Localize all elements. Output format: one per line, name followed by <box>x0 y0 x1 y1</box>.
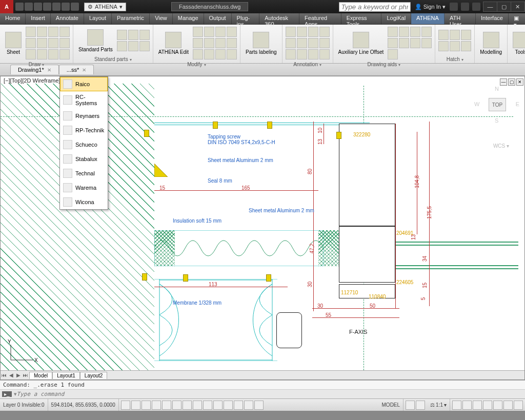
status-icon[interactable] <box>462 401 472 410</box>
ribbon-small-button[interactable] <box>37 38 47 48</box>
layout-tab[interactable]: Layout2 <box>80 372 108 379</box>
ribbon-small-button[interactable] <box>204 27 214 37</box>
command-input[interactable] <box>17 391 523 397</box>
annotation-scale[interactable]: ⚖ 1:1 ▾ <box>427 399 450 411</box>
ribbon-small-button[interactable] <box>193 38 203 48</box>
ribbon-small-button[interactable] <box>399 27 409 37</box>
ribbon-small-button[interactable] <box>215 27 226 37</box>
ribbon-small-button[interactable] <box>26 27 36 37</box>
ribbon-button-athena-edit[interactable]: ATHENA Edit <box>156 31 191 56</box>
ribbon-tab-interface[interactable]: Interface <box>476 13 509 24</box>
help-icon[interactable] <box>472 3 480 11</box>
qat-redo-icon[interactable] <box>71 3 79 11</box>
ribbon-panel-label[interactable]: Draw <box>0 62 73 68</box>
ribbon-small-button[interactable] <box>319 49 330 59</box>
ribbon-small-button[interactable] <box>48 38 58 48</box>
ortho-toggle[interactable] <box>142 401 151 410</box>
drawing-viewport[interactable]: [−][Top][2D Wireframe] — ▢ ✕ N E S W TOP… <box>0 76 525 380</box>
ribbon-tab-featured-apps[interactable]: Featured Apps <box>299 13 341 24</box>
ribbon-tab-athena[interactable]: ATHENA <box>411 13 445 24</box>
help-search-input[interactable] <box>339 2 411 12</box>
ribbon-panel-label[interactable]: Modify <box>153 62 240 68</box>
ribbon-small-button[interactable] <box>297 27 307 37</box>
ribbon-small-button[interactable] <box>410 38 420 48</box>
window-maximize-button[interactable]: ▢ <box>497 2 511 12</box>
status-icon[interactable] <box>406 401 415 410</box>
ribbon-panel-label[interactable]: Hatch <box>435 56 474 63</box>
ribbon-tab-home[interactable]: Home <box>0 13 26 24</box>
ribbon-small-button[interactable] <box>308 38 318 48</box>
ribbon-small-button[interactable] <box>26 38 36 48</box>
qat-open-icon[interactable] <box>25 3 33 11</box>
ribbon-panel-label[interactable]: Standard parts <box>73 56 153 63</box>
osnap-toggle[interactable] <box>162 401 171 410</box>
dyn-toggle[interactable] <box>203 401 212 410</box>
grid-toggle[interactable] <box>131 401 140 410</box>
ribbon-small-button[interactable] <box>461 41 471 51</box>
ribbon-small-button[interactable] <box>139 41 150 51</box>
command-prompt-icon[interactable]: ▸_ <box>2 391 12 397</box>
ribbon-small-button[interactable] <box>139 30 150 40</box>
lwt-toggle[interactable] <box>213 401 223 410</box>
ribbon-small-button[interactable] <box>215 38 226 48</box>
dropdown-item-reynaers[interactable]: Reynaers <box>60 109 108 123</box>
ducs-toggle[interactable] <box>193 401 202 410</box>
sc-toggle[interactable] <box>244 401 253 410</box>
window-close-button[interactable]: ✕ <box>511 2 525 12</box>
ribbon-small-button[interactable] <box>461 30 471 40</box>
ribbon-small-button[interactable] <box>59 38 70 48</box>
ribbon-small-button[interactable] <box>319 38 330 48</box>
ribbon-small-button[interactable] <box>297 49 307 59</box>
ribbon-small-button[interactable] <box>48 27 58 37</box>
ribbon-small-button[interactable] <box>450 41 460 51</box>
sign-in-button[interactable]: 👤 Sign In ▾ <box>415 4 446 10</box>
ribbon-small-button[interactable] <box>117 30 127 40</box>
ribbon-small-button[interactable] <box>286 49 296 59</box>
ribbon-tab-insert[interactable]: Insert <box>26 13 51 24</box>
polar-toggle[interactable] <box>152 401 161 410</box>
ribbon-small-button[interactable] <box>388 49 398 59</box>
ribbon-button-auxiliary-line-offset[interactable]: Auxiliary Line Offset <box>336 31 386 56</box>
close-icon[interactable]: ✕ <box>82 67 86 73</box>
3dosnap-toggle[interactable] <box>172 401 181 410</box>
ribbon-tab-plug-ins[interactable]: Plug-ins <box>232 13 260 24</box>
qat-saveas-icon[interactable] <box>43 3 51 11</box>
ribbon-small-button[interactable] <box>48 49 58 59</box>
ribbon-panel-label[interactable]: Annotation <box>282 62 333 68</box>
tpy-toggle[interactable] <box>224 401 233 410</box>
status-icon[interactable] <box>452 401 461 410</box>
ribbon-small-button[interactable] <box>59 27 70 37</box>
ribbon-tab-view[interactable]: View <box>150 13 173 24</box>
ribbon-tab-manage[interactable]: Manage <box>173 13 204 24</box>
app-menu-icon[interactable]: A <box>0 0 13 13</box>
ribbon-small-button[interactable] <box>227 27 237 37</box>
ribbon-small-button[interactable] <box>399 38 409 48</box>
ribbon-small-button[interactable] <box>319 27 330 37</box>
ribbon-small-button[interactable] <box>117 41 127 51</box>
dropdown-item-schueco[interactable]: Schueco <box>60 137 108 152</box>
ribbon-tab-layout[interactable]: Layout <box>84 13 112 24</box>
ribbon-small-button[interactable] <box>438 30 449 40</box>
ribbon-button-tools[interactable]: Tools <box>511 31 525 56</box>
dropdown-item-rp-technik[interactable]: RP-Technik <box>60 123 108 137</box>
status-icon[interactable] <box>493 401 502 410</box>
status-icon[interactable] <box>473 401 482 410</box>
exchange-icon[interactable] <box>450 3 458 11</box>
ribbon-small-button[interactable] <box>215 49 226 59</box>
ribbon-tab-express-tools[interactable]: Express Tools <box>341 13 382 24</box>
ribbon-button-sheet[interactable]: Sheet <box>3 31 24 56</box>
ribbon-small-button[interactable] <box>297 38 307 48</box>
ribbon-small-button[interactable] <box>26 49 36 59</box>
ribbon-panel-label[interactable]: Drawing aids <box>333 62 435 68</box>
ribbon-small-button[interactable] <box>204 38 214 48</box>
dropdown-item-stabalux[interactable]: Stabalux <box>60 152 108 166</box>
ribbon-button-standard-parts[interactable]: Standard Parts <box>76 28 115 53</box>
ribbon-tab-parametric[interactable]: Parametric <box>112 13 150 24</box>
ribbon-button-parts-labeling[interactable]: Parts labeling <box>244 31 279 56</box>
ribbon-button-modelling[interactable]: Modelling <box>478 31 504 56</box>
stay-connected-icon[interactable] <box>461 3 469 11</box>
status-icon[interactable] <box>416 401 425 410</box>
ribbon-small-button[interactable] <box>204 49 214 59</box>
ribbon-small-button[interactable] <box>37 49 47 59</box>
ribbon-small-button[interactable] <box>128 41 138 51</box>
